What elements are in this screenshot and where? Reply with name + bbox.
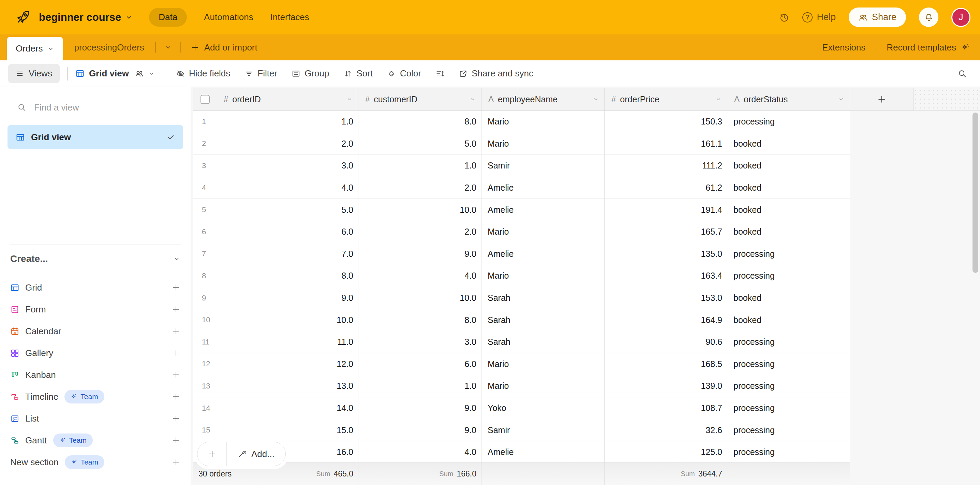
cell-orderID[interactable]: 13.0 [217, 375, 358, 397]
table-row[interactable]: 1111.03.0Sarah90.6processing [193, 331, 850, 353]
tab-processing-orders[interactable]: processingOrders [63, 42, 155, 53]
table-row[interactable]: 1313.01.0Mario139.0processing [193, 375, 850, 398]
sidebar-view-grid-view[interactable]: Grid view [8, 125, 183, 149]
column-header-employeeName[interactable]: AemployeeName [482, 88, 605, 111]
table-row[interactable]: 88.04.0Mario163.4processing [193, 265, 850, 287]
cell-employeeName[interactable]: Mario [482, 221, 605, 243]
toolbar-button-hide-fields[interactable]: Hide fields [176, 68, 230, 79]
tab-chevron-icon[interactable] [48, 45, 54, 52]
table-row[interactable]: 55.010.0Amelie191.4booked [193, 199, 850, 221]
cell-orderID[interactable]: 14.0 [217, 398, 358, 419]
table-row[interactable]: 33.01.0Samir111.2booked [193, 155, 850, 177]
sum-orderid[interactable]: 465.0 [334, 469, 353, 479]
cell-customerID[interactable]: 6.0 [358, 353, 482, 375]
cell-orderStatus[interactable]: booked [727, 221, 850, 243]
cell-orderPrice[interactable]: 165.7 [605, 221, 727, 243]
cell-customerID[interactable]: 8.0 [358, 111, 482, 133]
add-or-import-button[interactable]: Add or import [181, 42, 267, 53]
chevron-down-icon[interactable] [715, 96, 722, 102]
notifications-button[interactable] [919, 8, 939, 27]
add-view-plus-icon[interactable] [172, 283, 180, 292]
toolbar-button-color[interactable]: Color [387, 68, 421, 79]
cell-orderStatus[interactable]: booked [727, 199, 850, 221]
add-view-plus-icon[interactable] [172, 305, 180, 314]
toolbar-button-filter[interactable]: Filter [245, 68, 277, 79]
column-header-orderPrice[interactable]: #orderPrice [605, 88, 727, 111]
cell-orderPrice[interactable]: 61.2 [605, 177, 727, 199]
cell-orderPrice[interactable]: 150.3 [605, 111, 727, 133]
sidebar-create-item-list[interactable]: List [0, 407, 191, 429]
views-button[interactable]: Views [8, 64, 60, 83]
cell-employeeName[interactable]: Samir [482, 155, 605, 177]
cell-orderStatus[interactable]: processing [727, 441, 850, 463]
table-row[interactable]: 22.05.0Mario161.1booked [193, 133, 850, 155]
cell-orderPrice[interactable]: 139.0 [605, 375, 727, 397]
extensions-button[interactable]: Extensions [822, 42, 865, 53]
cell-orderID[interactable]: 11.0 [217, 331, 358, 353]
cell-customerID[interactable]: 3.0 [358, 331, 482, 353]
cell-customerID[interactable]: 4.0 [358, 441, 482, 463]
cell-employeeName[interactable]: Sarah [482, 309, 605, 331]
column-header-customerID[interactable]: #customerID [358, 88, 482, 111]
cell-customerID[interactable]: 4.0 [358, 265, 482, 287]
cell-orderStatus[interactable]: processing [727, 331, 850, 353]
cell-customerID[interactable]: 9.0 [358, 243, 482, 265]
table-row[interactable]: 1616.04.0Amelie125.0processing [193, 441, 850, 464]
column-header-orderID[interactable]: #orderID [217, 88, 358, 111]
cell-employeeName[interactable]: Sarah [482, 287, 605, 309]
chevron-down-icon[interactable] [347, 96, 353, 102]
cell-employeeName[interactable]: Mario [482, 265, 605, 287]
select-all-cell[interactable] [193, 88, 217, 111]
workspace-title[interactable]: beginner course [39, 11, 121, 24]
cell-employeeName[interactable]: Amelie [482, 177, 605, 199]
search-icon[interactable] [958, 69, 967, 78]
nav-tab-automations[interactable]: Automations [204, 12, 253, 22]
table-row[interactable]: 66.02.0Mario165.7booked [193, 221, 850, 243]
table-row[interactable]: 1010.08.0Sarah164.9booked [193, 309, 850, 331]
cell-orderID[interactable]: 7.0 [217, 243, 358, 265]
cell-employeeName[interactable]: Samir [482, 419, 605, 441]
select-all-checkbox[interactable] [200, 95, 210, 104]
cell-employeeName[interactable]: Yoko [482, 398, 605, 419]
workspace-chevron-icon[interactable] [125, 14, 133, 21]
cell-employeeName[interactable]: Mario [482, 111, 605, 133]
add-with-ai-button[interactable]: Add... [227, 449, 285, 460]
create-section-header[interactable]: Create... [10, 253, 180, 264]
cell-orderPrice[interactable]: 32.6 [605, 419, 727, 441]
sidebar-create-item-grid[interactable]: Grid [0, 277, 191, 299]
table-row[interactable]: 99.010.0Sarah153.0booked [193, 287, 850, 309]
cell-customerID[interactable]: 1.0 [358, 155, 482, 177]
nav-tab-interfaces[interactable]: Interfaces [270, 12, 309, 22]
cell-orderStatus[interactable]: processing [727, 243, 850, 265]
record-templates-button[interactable]: Record templates [886, 42, 970, 53]
add-record-button[interactable] [197, 442, 227, 466]
sidebar-create-item-timeline[interactable]: TimelineTeam [0, 386, 191, 407]
cell-orderPrice[interactable]: 125.0 [605, 441, 727, 463]
add-view-plus-icon[interactable] [172, 414, 180, 423]
sidebar-create-item-form[interactable]: Form [0, 299, 191, 320]
add-view-plus-icon[interactable] [172, 371, 180, 379]
cell-orderID[interactable]: 8.0 [217, 265, 358, 287]
cell-orderPrice[interactable]: 164.9 [605, 309, 727, 331]
cell-customerID[interactable]: 10.0 [358, 287, 482, 309]
sidebar-create-item-calendar[interactable]: 31Calendar [0, 320, 191, 342]
add-view-plus-icon[interactable] [172, 348, 180, 358]
cell-orderStatus[interactable]: processing [727, 375, 850, 397]
toolbar-button-row-height[interactable] [436, 69, 444, 78]
chevron-down-icon[interactable] [469, 96, 476, 102]
cell-orderStatus[interactable]: processing [727, 398, 850, 419]
cell-employeeName[interactable]: Amelie [482, 243, 605, 265]
cell-employeeName[interactable]: Mario [482, 353, 605, 375]
cell-orderStatus[interactable]: booked [727, 177, 850, 199]
cell-orderID[interactable]: 6.0 [217, 221, 358, 243]
sum-orderprice[interactable]: 3644.7 [698, 469, 722, 479]
sidebar-create-item-gallery[interactable]: Gallery [0, 342, 191, 364]
cell-orderStatus[interactable]: processing [727, 111, 850, 133]
cell-customerID[interactable]: 1.0 [358, 375, 482, 397]
cell-orderStatus[interactable]: processing [727, 353, 850, 375]
cell-orderID[interactable]: 2.0 [217, 133, 358, 155]
cell-customerID[interactable]: 2.0 [358, 221, 482, 243]
cell-orderPrice[interactable]: 111.2 [605, 155, 727, 177]
column-header-orderStatus[interactable]: AorderStatus [727, 88, 850, 111]
cell-orderPrice[interactable]: 153.0 [605, 287, 727, 309]
